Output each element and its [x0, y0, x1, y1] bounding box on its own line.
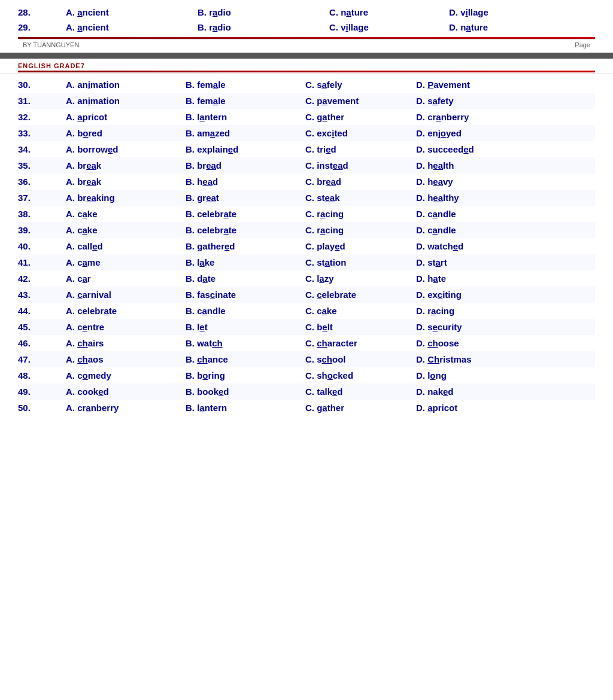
question-row-45: 45. A. centre B. let C. belt D. security — [18, 319, 595, 335]
question-row-38: 38. A. cake B. celebrate C. racing D. ca… — [18, 206, 595, 222]
question-row-32: 32. A. apricot B. lantern C. gather D. c… — [18, 109, 595, 125]
question-row-48: 48. A. comedy B. boring C. shocked D. lo… — [18, 367, 595, 384]
q29-c: C. village — [329, 22, 449, 32]
section-header: ENGLISH GRADE7 — [0, 56, 613, 74]
top-section: 28. A. ancient B. radio C. nature D. vil… — [0, 0, 613, 53]
question-row-37: 37. A. breaking B. great C. steak D. hea… — [18, 190, 595, 206]
q29-num: 29. — [18, 22, 66, 32]
question-row-50: 50. A. cranberry B. lantern C. gather D.… — [18, 400, 595, 416]
question-row-39: 39. A. cake B. celebrate C. racing D. ca… — [18, 222, 595, 238]
section-divider — [18, 71, 595, 72]
question-row-43: 43. A. carnival B. fascinate C. celebrat… — [18, 287, 595, 303]
question-row-47: 47. A. chaos B. chance C. school D. Chri… — [18, 351, 595, 367]
question-row-33: 33. A. bored B. amazed C. excited D. enj… — [18, 125, 595, 141]
q28-c: C. nature — [329, 7, 449, 17]
question-row-31: 31. A. animation B. female C. pavement D… — [18, 93, 595, 109]
q29-a: A. ancient — [66, 22, 198, 32]
q28-d: D. village — [449, 7, 569, 17]
question-row-30: 30. A. animation B. female C. safely D. … — [18, 77, 595, 93]
q28-b: B. radio — [198, 7, 329, 17]
q29-d: D. nature — [449, 22, 569, 32]
question-row-29: 29. A. ancient B. radio C. village D. na… — [18, 20, 595, 35]
question-row-36: 36. A. break B. head C. bread D. heavy — [18, 174, 595, 190]
questions-section: 30. A. animation B. female C. safely D. … — [0, 74, 613, 422]
question-row-34: 34. A. borrowed B. explained C. tried D.… — [18, 141, 595, 157]
q28-a: A. ancient — [66, 7, 198, 17]
question-row-49: 49. A. cooked B. booked C. talked D. nak… — [18, 384, 595, 400]
q28-num: 28. — [18, 7, 66, 17]
question-row-40: 40. A. called B. gathered C. played D. w… — [18, 238, 595, 254]
question-row-44: 44. A. celebrate B. candle C. cake D. ra… — [18, 303, 595, 319]
question-row-42: 42. A. car B. date C. lazy D. hate — [18, 270, 595, 287]
question-row-35: 35. A. break B. bread C. instead D. heal… — [18, 157, 595, 174]
footer-right: Page — [575, 41, 590, 48]
question-row-41: 41. A. came B. lake C. station D. start — [18, 254, 595, 270]
footer-bar: BY TUANNGUYEN Page — [18, 39, 595, 50]
footer-left: BY TUANNGUYEN — [23, 41, 79, 48]
section-label: ENGLISH GRADE7 — [18, 62, 595, 69]
question-row-28: 28. A. ancient B. radio C. nature D. vil… — [18, 5, 595, 20]
top-questions: 28. A. ancient B. radio C. nature D. vil… — [18, 5, 595, 35]
q29-b: B. radio — [198, 22, 329, 32]
question-row-46: 46. A. chairs B. watch C. character D. c… — [18, 335, 595, 351]
